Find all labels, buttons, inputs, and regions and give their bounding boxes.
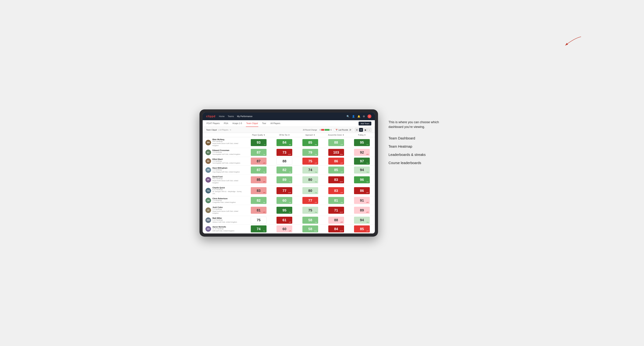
score-cell-approach-4[interactable]: 80 3▲ bbox=[297, 174, 323, 185]
edit-icon[interactable]: ✏ bbox=[230, 129, 231, 131]
score-cell-putting-1[interactable]: 92 -3▼ bbox=[349, 148, 375, 157]
score-cell-player_quality-5[interactable]: 83 -3▼ bbox=[246, 185, 272, 196]
annotation-item-2: Leaderboards & streaks bbox=[388, 153, 444, 157]
score-cell-around_green-1[interactable]: 103 15▲ bbox=[323, 148, 349, 157]
search-icon[interactable]: 🔍 bbox=[346, 115, 350, 118]
score-cell-putting-3[interactable]: 94 1▲ bbox=[349, 166, 375, 174]
score-cell-around_green-3[interactable]: 85 -3▼ bbox=[323, 166, 349, 174]
player-name-9: Aaron Nicholls bbox=[212, 226, 234, 228]
player-cell-0[interactable]: BM Blair McHarg Plus Handicap Royal Nort… bbox=[204, 138, 245, 147]
score-cell-off_tee-0[interactable]: 84 6▲ bbox=[272, 137, 298, 148]
player-cell-6[interactable]: CR Chris Robertson 1-5 Handicap Craigmil… bbox=[204, 197, 245, 204]
score-cell-approach-1[interactable]: 79 9▲ bbox=[297, 148, 323, 157]
score-cell-off_tee-2[interactable]: 88 bbox=[272, 157, 298, 166]
bell-icon[interactable]: 🔔 bbox=[357, 115, 360, 118]
score-cell-player_quality-1[interactable]: 87 1▲ bbox=[246, 148, 272, 157]
player-name-2: Elliot Ebert bbox=[212, 158, 240, 160]
score-cell-off_tee-3[interactable]: 82 4▲ bbox=[272, 166, 298, 174]
score-cell-putting-6[interactable]: 91 -3▼ bbox=[349, 196, 375, 205]
score-cell-putting-8[interactable]: 94 3▲ bbox=[349, 216, 375, 224]
list-view-button[interactable]: ☰ bbox=[355, 128, 359, 132]
score-cell-putting-9[interactable]: 85 -4▼ bbox=[349, 224, 375, 233]
player-cell-5[interactable]: CQ Charlie Quick 6-10 Handicap St. Georg… bbox=[204, 186, 245, 195]
avatar-icon[interactable]: U bbox=[368, 114, 371, 118]
last-rounds-button[interactable]: 📅 Last Rounds: 20 bbox=[334, 128, 353, 132]
score-cell-around_green-2[interactable]: 86 -6▼ bbox=[323, 157, 349, 166]
score-cell-off_tee-9[interactable]: 60 -1▼ bbox=[272, 224, 298, 233]
score-cell-player_quality-9[interactable]: 74 8▲ bbox=[246, 224, 272, 233]
score-cell-approach-0[interactable]: 85 8▲ bbox=[297, 137, 323, 148]
subnav-pga[interactable]: PGA bbox=[224, 120, 228, 127]
player-cell-2[interactable]: EE Elliot Ebert 1-5 Handicap Sunningdale… bbox=[204, 158, 245, 165]
score-box-off_tee-1: 73 -11▼ bbox=[276, 149, 292, 156]
add-team-button[interactable]: Add Team bbox=[358, 122, 371, 126]
col-header-around-green[interactable]: Around the Green ▼ bbox=[323, 133, 349, 137]
subnav-pgat[interactable]: PGAT Players bbox=[206, 120, 220, 127]
subnav-tour[interactable]: Tour bbox=[262, 120, 266, 127]
score-cell-player_quality-4[interactable]: 85 -3▼ bbox=[246, 174, 272, 185]
score-change-around_green-6: 4▲ bbox=[341, 202, 343, 203]
col-header-putting[interactable]: Putting ▼ bbox=[349, 133, 375, 137]
score-cell-approach-8[interactable]: 58 4▲ bbox=[297, 216, 323, 224]
score-cell-off_tee-5[interactable]: 77 -14▼ bbox=[272, 185, 298, 196]
score-cell-putting-5[interactable]: 86 -8▼ bbox=[349, 185, 375, 196]
score-cell-approach-6[interactable]: 77 -3▼ bbox=[297, 196, 323, 205]
nav-teams[interactable]: Teams bbox=[228, 115, 234, 118]
annotation-items: Team Dashboard Team Heatmap Leaderboards… bbox=[388, 136, 444, 165]
score-cell-putting-0[interactable]: 95 9▲ bbox=[349, 137, 375, 148]
score-cell-player_quality-3[interactable]: 87 4▲ bbox=[246, 166, 272, 174]
player-cell-7[interactable]: JC Josh Coles 1-5 Handicap Royal North D… bbox=[204, 205, 245, 215]
player-cell-9[interactable]: AN Aaron Nicholls 11-15 Handicap Drift G… bbox=[204, 225, 245, 233]
score-cell-off_tee-4[interactable]: 89 7▲ bbox=[272, 174, 298, 185]
table-row: MM Matt Miller 6-10 Handicap Woburn Golf… bbox=[203, 216, 375, 224]
score-cell-approach-9[interactable]: 58 10▲ bbox=[297, 224, 323, 233]
download-button[interactable]: ↓ bbox=[368, 128, 371, 132]
score-cell-off_tee-7[interactable]: 95 8▲ bbox=[272, 205, 298, 216]
score-box-around_green-7: 71 -11▼ bbox=[328, 207, 344, 214]
score-cell-around_green-6[interactable]: 81 4▲ bbox=[323, 196, 349, 205]
score-cell-approach-5[interactable]: 80 1▲ bbox=[297, 185, 323, 196]
score-cell-around_green-7[interactable]: 71 -11▼ bbox=[323, 205, 349, 216]
grid-view-button[interactable]: ⊞ bbox=[359, 128, 363, 132]
score-cell-around_green-0[interactable]: 88 -1▼ bbox=[323, 137, 349, 148]
score-cell-player_quality-0[interactable]: 93 +4 bbox=[246, 137, 272, 148]
score-cell-player_quality-7[interactable]: 81 -3▼ bbox=[246, 205, 272, 216]
score-cell-around_green-4[interactable]: 83 -10▼ bbox=[323, 174, 349, 185]
score-change-around_green-8: -2▼ bbox=[340, 221, 343, 223]
score-cell-off_tee-8[interactable]: 61 -3▼ bbox=[272, 216, 298, 224]
score-cell-approach-2[interactable]: 75 -3▼ bbox=[297, 157, 323, 166]
col-header-player[interactable] bbox=[203, 133, 246, 137]
settings-icon[interactable]: ⚙ bbox=[363, 115, 365, 118]
heatmap-view-button[interactable]: ▦ bbox=[363, 128, 367, 132]
score-cell-player_quality-8[interactable]: 75 bbox=[246, 216, 272, 224]
score-cell-off_tee-1[interactable]: 73 -11▼ bbox=[272, 148, 298, 157]
player-club-1: Sunningdale Golf Club, United Kingdom bbox=[212, 154, 240, 156]
score-cell-putting-7[interactable]: 89 -2▼ bbox=[349, 205, 375, 216]
nav-home[interactable]: Home bbox=[219, 115, 224, 118]
score-cell-player_quality-6[interactable]: 82 3▲ bbox=[246, 196, 272, 205]
score-cell-player_quality-2[interactable]: 87 -3▼ bbox=[246, 157, 272, 166]
player-info-1: Edward Crossman 1-5 Handicap Sunningdale… bbox=[212, 149, 240, 155]
user-icon[interactable]: 👤 bbox=[352, 115, 355, 118]
player-cell-4[interactable]: DF David Ford Plus Handicap Royal North … bbox=[204, 175, 245, 184]
player-cell-8[interactable]: MM Matt Miller 6-10 Handicap Woburn Golf… bbox=[204, 216, 245, 224]
score-box-putting-9: 85 -4▼ bbox=[354, 225, 370, 232]
score-cell-approach-3[interactable]: 74 1▲ bbox=[297, 166, 323, 174]
score-cell-around_green-8[interactable]: 88 -2▼ bbox=[323, 216, 349, 224]
player-cell-3[interactable]: DB Dave Billingham 1-5 Handicap Gog Mago… bbox=[204, 166, 245, 174]
score-cell-around_green-9[interactable]: 84 -21▼ bbox=[323, 224, 349, 233]
subnav-all-players[interactable]: All Players bbox=[270, 120, 281, 127]
player-club-2: Sunningdale Golf Club, United Kingdom bbox=[212, 162, 240, 164]
score-cell-putting-4[interactable]: 96 3▲ bbox=[349, 174, 375, 185]
score-cell-putting-2[interactable]: 97 5▲ bbox=[349, 157, 375, 166]
col-header-player-quality[interactable]: Player Quality ▼ bbox=[246, 133, 272, 137]
score-cell-around_green-5[interactable]: 83 -6▼ bbox=[323, 185, 349, 196]
score-cell-off_tee-6[interactable]: 60 2▲ bbox=[272, 196, 298, 205]
subnav-team-clippd[interactable]: Team Clippd bbox=[246, 120, 258, 127]
player-cell-1[interactable]: EC Edward Crossman 1-5 Handicap Sunningd… bbox=[204, 149, 245, 156]
score-cell-approach-7[interactable]: 75 2▲ bbox=[297, 205, 323, 216]
nav-my-performance[interactable]: My Performance bbox=[237, 115, 252, 118]
col-header-approach[interactable]: Approach ▼ bbox=[297, 133, 323, 137]
col-header-off-tee[interactable]: Off the Tee ▼ bbox=[272, 133, 298, 137]
subnav-hcaps[interactable]: Hcaps 1-5 bbox=[232, 120, 242, 127]
